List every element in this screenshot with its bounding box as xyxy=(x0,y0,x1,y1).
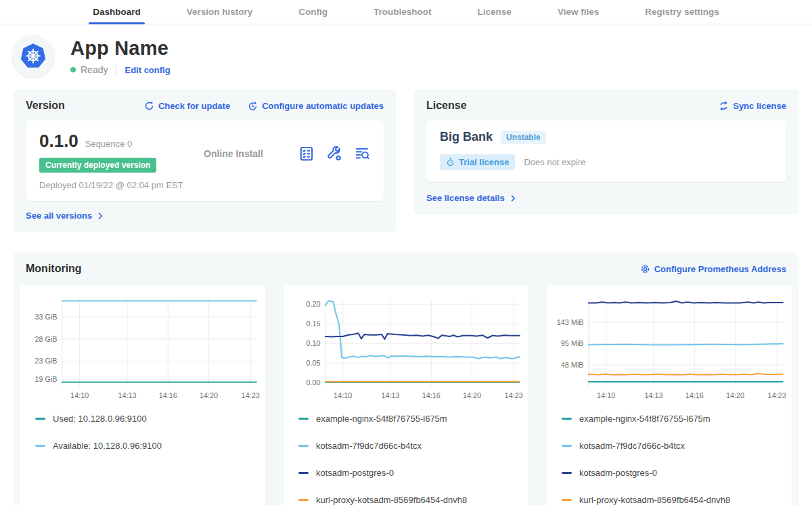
y-tick-label: 0.05 xyxy=(306,359,320,367)
legend-item: example-nginx-54f8f76755-l675m xyxy=(562,414,786,424)
gear-icon xyxy=(640,264,650,274)
legend-swatch xyxy=(298,418,309,420)
series-line-2 xyxy=(325,333,520,339)
x-tick-label: 14:13 xyxy=(118,391,136,399)
sync-arrows-icon xyxy=(719,101,729,111)
see-license-details-label: See license details xyxy=(426,193,505,203)
series-line-3 xyxy=(589,374,783,375)
y-tick-label: 33 GiB xyxy=(35,313,57,321)
y-tick-label: 28 GiB xyxy=(35,335,57,343)
customer-name: Big Bank xyxy=(440,130,493,144)
x-tick-label: 14:10 xyxy=(334,391,352,399)
tab-troubleshoot[interactable]: Troubleshoot xyxy=(369,0,436,24)
app-header: App Name Ready Edit config xyxy=(0,24,812,87)
chart-legend: Used: 10.128.0.96:9100Available: 10.128.… xyxy=(35,414,260,468)
config-wrench-icon[interactable] xyxy=(326,146,342,162)
license-expiry: Does not expire xyxy=(524,157,585,167)
legend-swatch xyxy=(298,445,309,447)
series-line-1 xyxy=(325,301,520,359)
x-tick-label: 14:16 xyxy=(159,391,177,399)
y-tick-label: 19 GiB xyxy=(35,375,57,383)
y-tick-label: 0.15 xyxy=(306,320,320,328)
configure-auto-updates-link[interactable]: Configure automatic updates xyxy=(248,101,384,111)
legend-item: kurl-proxy-kotsadm-8569fb6454-dnvh8 xyxy=(298,495,523,505)
legend-label: example-nginx-54f8f76755-l675m xyxy=(579,414,710,424)
legend-item: kotsadm-7f9dc7d66c-b4tcx xyxy=(562,441,786,451)
sync-license-link[interactable]: Sync license xyxy=(719,101,786,111)
tab-registry-settings[interactable]: Registry settings xyxy=(641,0,723,24)
legend-item: kotsadm-postgres-0 xyxy=(562,468,786,478)
y-tick-label: 0.00 xyxy=(306,378,320,387)
page-title: App Name xyxy=(70,37,171,60)
series-line-2 xyxy=(589,301,783,303)
deployed-badge: Currently deployed version xyxy=(39,158,156,173)
configure-auto-updates-label: Configure automatic updates xyxy=(262,101,384,111)
chart-card-cpu-usage: 14:1014:1314:1614:2014:230.200.150.100.0… xyxy=(284,285,528,505)
legend-swatch xyxy=(298,499,309,501)
legend-swatch xyxy=(298,472,309,474)
charts-row: 14:1014:1314:1614:2014:2333 GiB28 GiB23 … xyxy=(20,285,792,505)
legend-swatch xyxy=(35,445,45,447)
legend-item: kotsadm-7f9dc7d66c-b4tcx xyxy=(298,441,523,451)
trial-license-badge: Trial license xyxy=(440,154,515,170)
divider xyxy=(116,65,116,75)
legend-label: example-nginx-54f8f76755-l675m xyxy=(316,414,447,424)
legend-swatch xyxy=(562,418,572,420)
preflight-checks-icon[interactable] xyxy=(298,146,315,162)
legend-label: kotsadm-postgres-0 xyxy=(316,468,394,478)
x-tick-label: 14:16 xyxy=(685,391,704,399)
y-tick-label: 95 MiB xyxy=(561,339,584,347)
current-version-card: 0.1.0 Sequence 0 Currently deployed vers… xyxy=(26,120,384,201)
x-tick-label: 14:16 xyxy=(422,391,441,399)
tab-license[interactable]: License xyxy=(474,0,516,24)
check-for-update-link[interactable]: Check for update xyxy=(144,101,230,111)
x-tick-label: 14:13 xyxy=(644,391,662,399)
legend-item: Used: 10.128.0.96:9100 xyxy=(35,414,260,424)
tab-version-history[interactable]: Version history xyxy=(183,0,257,24)
nav-tabs: DashboardVersion historyConfigTroublesho… xyxy=(89,0,723,24)
x-tick-label: 14:23 xyxy=(505,391,523,399)
legend-label: Used: 10.128.0.96:9100 xyxy=(53,414,147,424)
x-tick-label: 14:23 xyxy=(768,391,786,399)
tab-config[interactable]: Config xyxy=(294,0,332,24)
x-tick-label: 14:20 xyxy=(200,391,218,399)
tab-view-files[interactable]: View files xyxy=(554,0,603,24)
app-status: Ready xyxy=(81,64,108,75)
status-dot xyxy=(70,67,76,72)
license-panel: License Sync license Big Bank Unstable xyxy=(414,89,798,215)
chart-plot: 14:1014:1314:1614:2014:23143 MiB95 MiB48… xyxy=(552,294,786,403)
see-all-versions-label: See all versions xyxy=(26,211,92,221)
deployed-timestamp: Deployed 01/19/22 @ 02:04 pm EST xyxy=(39,180,191,190)
configure-prometheus-link[interactable]: Configure Prometheus Address xyxy=(640,264,786,274)
license-heading: License xyxy=(426,100,467,112)
edit-config-link[interactable]: Edit config xyxy=(125,65,170,75)
chart-legend: example-nginx-54f8f76755-l675mkotsadm-7f… xyxy=(298,414,523,505)
channel-badge: Unstable xyxy=(501,131,546,144)
clock-refresh-icon xyxy=(248,101,258,111)
x-tick-label: 14:13 xyxy=(381,391,399,399)
legend-label: Available: 10.128.0.96:9100 xyxy=(53,441,162,451)
y-tick-label: 48 MiB xyxy=(561,361,584,369)
trial-license-label: Trial license xyxy=(459,157,509,167)
x-tick-label: 14:10 xyxy=(597,391,615,399)
deploy-logs-icon[interactable] xyxy=(354,146,370,162)
version-heading: Version xyxy=(26,100,65,112)
kubernetes-logo-icon xyxy=(18,41,49,72)
legend-label: kotsadm-7f9dc7d66c-b4tcx xyxy=(579,441,685,451)
legend-swatch xyxy=(562,499,572,501)
chart-card-memory-usage: 14:1014:1314:1614:2014:23143 MiB95 MiB48… xyxy=(547,285,792,505)
legend-label: kotsadm-7f9dc7d66c-b4tcx xyxy=(316,441,422,451)
legend-label: kurl-proxy-kotsadm-8569fb6454-dnvh8 xyxy=(579,495,730,505)
see-all-versions-link[interactable]: See all versions xyxy=(26,211,104,221)
legend-item: example-nginx-54f8f76755-l675m xyxy=(298,414,523,424)
legend-swatch xyxy=(562,472,572,474)
app-logo xyxy=(12,35,54,77)
main-content: Version Check for update xyxy=(0,87,812,505)
tab-dashboard[interactable]: Dashboard xyxy=(89,0,145,24)
legend-label: kotsadm-postgres-0 xyxy=(579,468,657,478)
license-card: Big Bank Unstable Trial license Does not… xyxy=(426,120,786,182)
see-license-details-link[interactable]: See license details xyxy=(426,193,517,203)
stopwatch-icon xyxy=(446,158,455,167)
y-tick-label: 23 GiB xyxy=(35,357,57,365)
chart-card-disk-usage: 14:1014:1314:1614:2014:2333 GiB28 GiB23 … xyxy=(20,285,265,505)
